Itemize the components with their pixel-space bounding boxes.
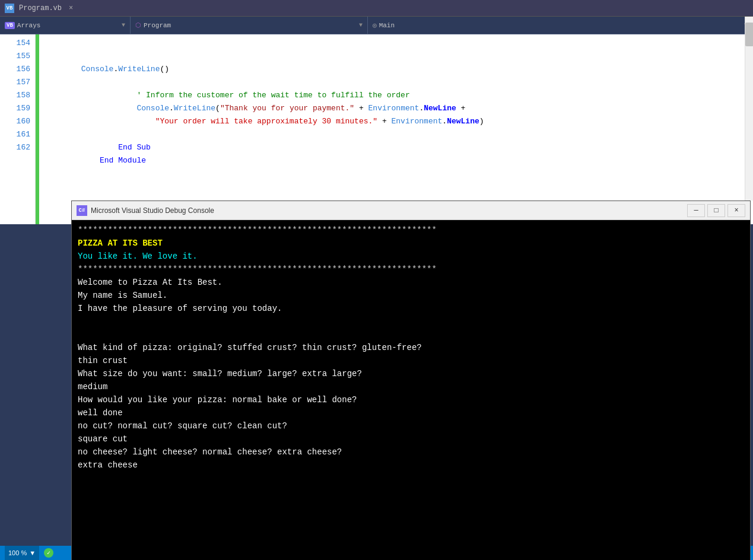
- toolbar: VB Arrays ▼ ⬡ Program ▼ ◎ Main ▼: [0, 17, 753, 34]
- console-window: C# Microsoft Visual Studio Debug Console…: [71, 201, 751, 560]
- arrays-dropdown[interactable]: VB Arrays ▼: [0, 17, 131, 34]
- zoom-level[interactable]: 100 % ▼: [5, 546, 39, 560]
- code-editor[interactable]: 154 155 156 157 158 159 160 161 162 Cons…: [0, 34, 753, 224]
- vb-badge: VB: [5, 22, 15, 29]
- console-line-bake: How would you like your pizza: normal ba…: [78, 393, 744, 406]
- console-app-icon: C#: [77, 205, 87, 216]
- editor-scrollbar[interactable]: [745, 34, 753, 201]
- console-line-title: PIZZA AT ITS BEST: [78, 237, 744, 250]
- gutter: [39, 34, 49, 224]
- console-minimize-button[interactable]: ─: [687, 204, 705, 217]
- console-title: Microsoft Visual Studio Debug Console: [91, 206, 214, 215]
- code-line-157: ' Inform the customer of the wait time t…: [53, 76, 753, 89]
- code-line-154: [53, 37, 753, 50]
- zoom-dropdown-icon: ▼: [29, 549, 36, 556]
- line-numbers: 154 155 156 157 158 159 160 161 162: [0, 34, 36, 224]
- program-dropdown[interactable]: ⬡ Program ▼: [131, 17, 368, 34]
- arrays-label: Arrays: [17, 22, 41, 29]
- main-icon: ◎: [373, 21, 377, 29]
- zoom-value: 100 %: [8, 549, 27, 556]
- console-line-pleasure: I have the pleasure of serving you today…: [78, 302, 744, 315]
- main-label: Main: [379, 22, 395, 29]
- console-titlebar: C# Microsoft Visual Studio Debug Console…: [72, 201, 750, 220]
- code-line-155: Console.WriteLine(): [53, 50, 753, 63]
- console-line-medium: medium: [78, 380, 744, 393]
- code-line-161: End Sub: [53, 128, 753, 141]
- file-name: Program.vb: [19, 4, 62, 12]
- console-line-well-done: well done: [78, 406, 744, 419]
- close-tab-button[interactable]: ×: [69, 4, 73, 12]
- code-content[interactable]: Console.WriteLine() ' Inform the custome…: [49, 34, 753, 224]
- console-output[interactable]: ****************************************…: [72, 220, 750, 560]
- console-line-blank2: [78, 328, 744, 341]
- code-line-162: End Module: [53, 141, 753, 154]
- console-line-square-cut: square cut: [78, 432, 744, 446]
- console-maximize-button[interactable]: □: [707, 204, 725, 217]
- console-line-name: My name is Samuel.: [78, 289, 744, 302]
- console-line-cut: no cut? normal cut? square cut? clean cu…: [78, 419, 744, 432]
- program-icon: ⬡: [135, 21, 141, 29]
- console-controls[interactable]: ─ □ ×: [687, 204, 745, 217]
- console-line-subtitle: You like it. We love it.: [78, 250, 744, 263]
- file-icon: VB: [5, 4, 14, 13]
- console-line-cheese: no cheese? light cheese? normal cheese? …: [78, 446, 744, 459]
- console-line-thin-crust: thin crust: [78, 354, 744, 367]
- console-line-stars1: ****************************************…: [78, 224, 744, 237]
- chevron-down-icon2: ▼: [359, 22, 363, 28]
- status-check-icon: ✓: [44, 548, 53, 558]
- main-dropdown[interactable]: ◎ Main ▼: [368, 17, 753, 34]
- console-close-button[interactable]: ×: [727, 204, 745, 217]
- chevron-down-icon: ▼: [122, 22, 125, 28]
- program-label: Program: [144, 22, 171, 29]
- console-line-pizza-kind: What kind of pizza: original? stuffed cr…: [78, 341, 744, 354]
- console-line-blank1: [78, 315, 744, 328]
- scrollbar-thumb[interactable]: [745, 34, 753, 46]
- title-bar: VB Program.vb ×: [0, 0, 753, 17]
- console-line-welcome: Welcome to Pizza At Its Best.: [78, 276, 744, 289]
- console-line-extra-cheese: extra cheese: [78, 459, 744, 472]
- console-line-stars2: ****************************************…: [78, 263, 744, 276]
- console-line-size: What size do you want: small? medium? la…: [78, 367, 744, 380]
